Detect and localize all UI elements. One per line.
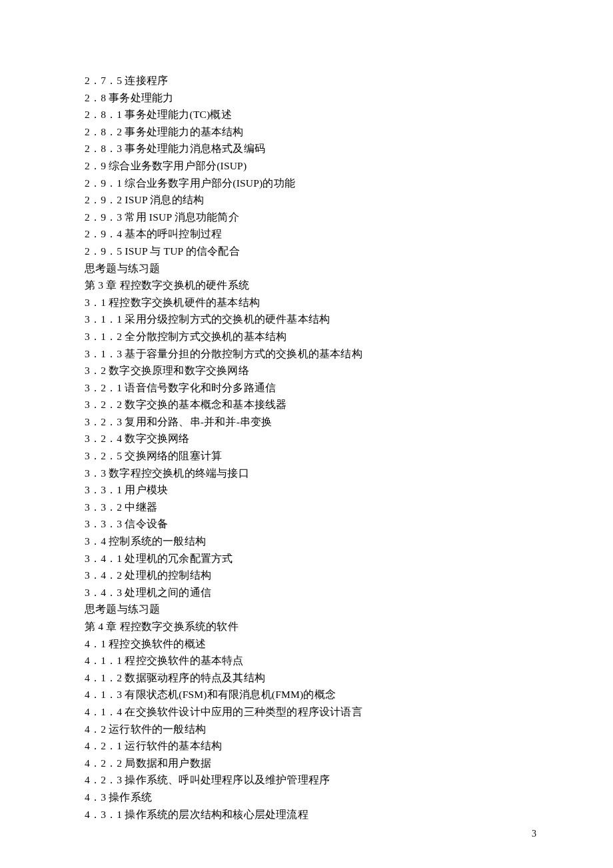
toc-line: 2．9．1 综合业务数字用户部分(ISUP)的功能 bbox=[85, 175, 538, 192]
toc-line: 3．4．2 处理机的控制结构 bbox=[85, 567, 538, 584]
toc-line: 4．3 操作系统 bbox=[85, 789, 538, 806]
toc-line: 2．8．1 事务处理能力(TC)概述 bbox=[85, 106, 538, 123]
toc-line: 4．1．4 在交换软件设计中应用的三种类型的程序设计语言 bbox=[85, 703, 538, 721]
page-number: 3 bbox=[532, 829, 536, 839]
toc-line: 3．2．2 数字交换的基本概念和基本接线器 bbox=[85, 396, 538, 413]
toc-line: 2．8 事务处理能力 bbox=[85, 89, 538, 107]
toc-line: 3．2．4 数字交换网络 bbox=[85, 430, 538, 447]
toc-line: 2．9．2 ISUP 消息的结构 bbox=[85, 191, 538, 209]
toc-line: 2．9．4 基本的呼叫控制过程 bbox=[85, 225, 538, 243]
toc-line: 第 3 章 程控数字交换机的硬件系统 bbox=[85, 277, 538, 294]
toc-line: 思考题与练习题 bbox=[85, 601, 538, 618]
toc-line: 3．1．1 采用分级控制方式的交换机的硬件基本结构 bbox=[85, 311, 538, 328]
toc-line: 4．2．3 操作系统、呼叫处理程序以及维护管理程序 bbox=[85, 771, 538, 789]
toc-line: 2．9．3 常用 ISUP 消息功能简介 bbox=[85, 209, 538, 226]
toc-line: 3．3．3 信令设备 bbox=[85, 515, 538, 533]
toc-line: 思考题与练习题 bbox=[85, 260, 538, 277]
toc-line: 3．2．5 交换网络的阻塞计算 bbox=[85, 447, 538, 465]
toc-line: 4．3．1 操作系统的层次结构和核心层处理流程 bbox=[85, 806, 538, 823]
toc-line: 4．2．1 运行软件的基本结构 bbox=[85, 737, 538, 755]
toc-line: 4．1．1 程控交换软件的基本特点 bbox=[85, 652, 538, 669]
toc-line: 3．4．3 处理机之间的通信 bbox=[85, 584, 538, 601]
toc-line: 2．8．2 事务处理能力的基本结构 bbox=[85, 123, 538, 141]
toc-line: 4．1．3 有限状态机(FSM)和有限消息机(FMM)的概念 bbox=[85, 686, 538, 703]
toc-line: 3．3．1 用户模块 bbox=[85, 481, 538, 499]
toc-line: 2．9 综合业务数字用户部分(ISUP) bbox=[85, 157, 538, 175]
toc-line: 4．1 程控交换软件的概述 bbox=[85, 635, 538, 653]
toc-line: 2．9．5 ISUP 与 TUP 的信令配合 bbox=[85, 243, 538, 260]
toc-line: 3．3．2 中继器 bbox=[85, 499, 538, 516]
toc-line: 第 4 章 程控数字交换系统的软件 bbox=[85, 618, 538, 635]
toc-line: 4．2 运行软件的一般结构 bbox=[85, 721, 538, 738]
toc-line: 3．2 数字交换原理和数字交换网络 bbox=[85, 362, 538, 379]
toc-line: 4．2．2 局数据和用户数据 bbox=[85, 755, 538, 772]
toc-content: 2．7．5 连接程序 2．8 事务处理能力 2．8．1 事务处理能力(TC)概述… bbox=[85, 72, 538, 823]
toc-line: 3．1．2 全分散控制方式交换机的基本结构 bbox=[85, 328, 538, 345]
toc-line: 4．1．2 数据驱动程序的特点及其结构 bbox=[85, 669, 538, 687]
toc-line: 3．1．3 基于容量分担的分散控制方式的交换机的基本结构 bbox=[85, 345, 538, 363]
toc-line: 3．2．3 复用和分路、串-并和并-串变换 bbox=[85, 413, 538, 431]
toc-line: 2．8．3 事务处理能力消息格式及编码 bbox=[85, 140, 538, 157]
toc-line: 3．1 程控数字交换机硬件的基本结构 bbox=[85, 294, 538, 311]
toc-line: 3．4．1 处理机的冗余配置方式 bbox=[85, 550, 538, 567]
toc-line: 2．7．5 连接程序 bbox=[85, 72, 538, 89]
toc-line: 3．3 数字程控交换机的终端与接口 bbox=[85, 465, 538, 482]
toc-line: 3．2．1 语音信号数字化和时分多路通信 bbox=[85, 379, 538, 397]
toc-line: 3．4 控制系统的一般结构 bbox=[85, 533, 538, 550]
